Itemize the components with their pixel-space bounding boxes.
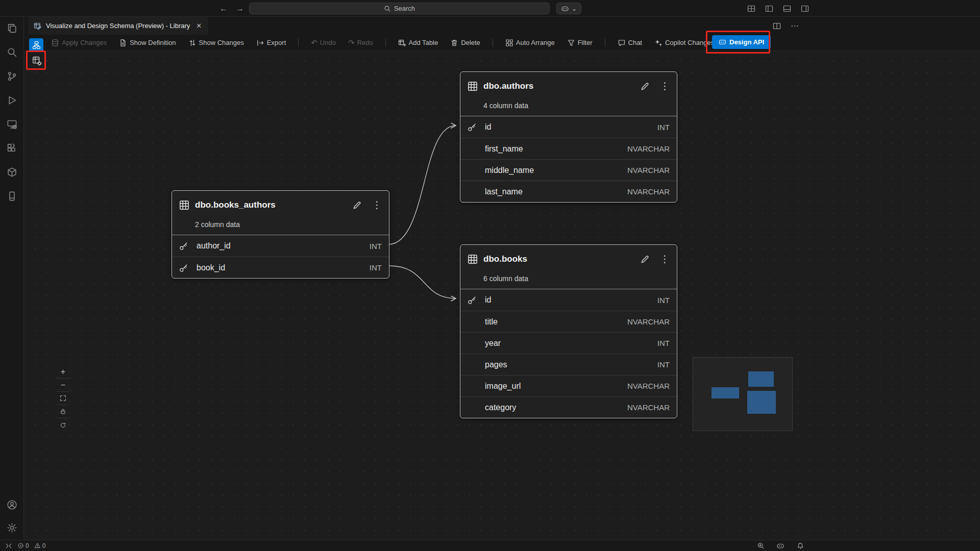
copilot-changes-button[interactable]: Copilot Changes bbox=[654, 39, 714, 47]
toggle-primary-sidebar-icon[interactable] bbox=[763, 3, 775, 15]
schema-diagram-view-button[interactable] bbox=[29, 38, 43, 52]
apply-changes-button[interactable]: Apply Changes bbox=[51, 39, 107, 47]
table-node-books-authors[interactable]: dbo.books_authors ⋮ 2 column data author… bbox=[172, 190, 389, 279]
chat-button[interactable]: Chat bbox=[618, 39, 642, 47]
toggle-secondary-sidebar-icon[interactable] bbox=[799, 3, 811, 15]
add-table-button[interactable]: Add Table bbox=[398, 39, 438, 47]
column-row-middle-name[interactable]: middle_name NVARCHAR bbox=[460, 159, 677, 181]
column-row-first-name[interactable]: first_name NVARCHAR bbox=[460, 138, 677, 159]
key-icon bbox=[468, 122, 479, 132]
zoom-out-button[interactable]: − bbox=[56, 379, 70, 392]
designer-toolbar: Apply Changes Show Definition Show Chang… bbox=[24, 35, 980, 51]
bell-icon[interactable] bbox=[794, 540, 806, 551]
copy-files-icon[interactable] bbox=[6, 22, 18, 34]
column-row-title[interactable]: title NVARCHAR bbox=[460, 311, 677, 332]
close-icon[interactable]: ✕ bbox=[196, 22, 202, 30]
split-editor-icon[interactable] bbox=[771, 20, 783, 32]
tab-schema-designer[interactable]: Visualize and Design Schema (Preview) - … bbox=[28, 17, 208, 35]
fit-to-screen-button[interactable] bbox=[56, 392, 70, 405]
error-icon bbox=[17, 542, 24, 549]
minimap[interactable] bbox=[693, 357, 793, 431]
column-row-id[interactable]: id INT bbox=[460, 116, 677, 138]
design-api-button[interactable]: Design API bbox=[712, 35, 771, 49]
zoom-in-button[interactable]: + bbox=[56, 365, 70, 379]
problems-errors[interactable]: 0 bbox=[17, 542, 29, 549]
export-icon bbox=[256, 39, 264, 47]
auto-arrange-button[interactable]: Auto Arrange bbox=[505, 39, 555, 47]
search-input[interactable]: Search bbox=[249, 3, 550, 14]
edit-pencil-icon[interactable] bbox=[640, 82, 650, 91]
back-button[interactable]: ← bbox=[219, 4, 228, 13]
reset-view-button[interactable] bbox=[56, 418, 70, 432]
column-row-category[interactable]: category NVARCHAR bbox=[460, 396, 677, 418]
column-row-last-name[interactable]: last_name NVARCHAR bbox=[460, 181, 677, 202]
toolbar-separator bbox=[493, 39, 493, 47]
show-changes-icon bbox=[188, 39, 197, 47]
apply-changes-label: Apply Changes bbox=[62, 39, 107, 46]
settings-gear-icon[interactable] bbox=[6, 521, 18, 534]
database-cube-icon[interactable] bbox=[6, 166, 18, 178]
key-slot-empty bbox=[468, 317, 479, 327]
table-menu-icon[interactable]: ⋮ bbox=[372, 201, 382, 209]
column-type: INT bbox=[370, 263, 382, 272]
column-row-id[interactable]: id INT bbox=[460, 289, 677, 311]
column-row-author-id[interactable]: author_id INT bbox=[172, 235, 389, 257]
edit-pencil-icon[interactable] bbox=[640, 255, 650, 264]
column-type: NVARCHAR bbox=[627, 382, 670, 390]
account-icon[interactable] bbox=[6, 498, 18, 511]
zoom-status-icon[interactable] bbox=[754, 540, 767, 551]
column-name: category bbox=[485, 403, 516, 412]
search-placeholder: Search bbox=[394, 5, 415, 12]
key-slot-empty bbox=[468, 144, 479, 154]
edit-pencil-icon[interactable] bbox=[352, 201, 362, 210]
forward-button[interactable]: → bbox=[236, 4, 244, 13]
layout-controls bbox=[745, 0, 811, 17]
lock-button[interactable] bbox=[56, 405, 70, 418]
table-gear-icon bbox=[32, 56, 42, 66]
problems-warnings[interactable]: 0 bbox=[34, 542, 46, 549]
column-type: INT bbox=[657, 339, 670, 347]
column-count-label: 6 column data bbox=[460, 271, 677, 289]
column-name: image_url bbox=[485, 382, 521, 391]
table-settings-button[interactable] bbox=[30, 54, 44, 68]
table-node-books[interactable]: dbo.books ⋮ 6 column data id INT bbox=[460, 244, 677, 418]
customize-layout-icon[interactable] bbox=[745, 3, 757, 15]
remote-icon bbox=[5, 542, 12, 549]
table-node-authors[interactable]: dbo.authors ⋮ 4 column data id INT bbox=[460, 71, 677, 203]
filter-button[interactable]: Filter bbox=[567, 39, 593, 47]
undo-button[interactable]: ↶ Undo bbox=[311, 39, 336, 46]
extensions-icon[interactable] bbox=[6, 142, 18, 154]
database-projects-icon[interactable] bbox=[6, 190, 18, 202]
column-name: id bbox=[485, 122, 491, 132]
column-type: NVARCHAR bbox=[627, 166, 670, 174]
search-sidebar-icon[interactable] bbox=[6, 46, 18, 58]
column-row-year[interactable]: year INT bbox=[460, 332, 677, 354]
column-row-book-id[interactable]: book_id INT bbox=[172, 257, 389, 278]
delete-button[interactable]: Delete bbox=[450, 39, 480, 47]
run-debug-icon[interactable] bbox=[6, 94, 18, 106]
table-menu-icon[interactable]: ⋮ bbox=[660, 255, 670, 263]
redo-button[interactable]: ↷ Redo bbox=[348, 39, 373, 46]
remote-indicator[interactable] bbox=[5, 542, 12, 549]
table-menu-icon[interactable]: ⋮ bbox=[660, 82, 670, 90]
copilot-status-icon[interactable] bbox=[774, 540, 787, 551]
more-actions-icon[interactable]: ⋯ bbox=[791, 21, 799, 31]
copilot-icon bbox=[561, 5, 569, 13]
show-definition-button[interactable]: Show Definition bbox=[119, 39, 176, 47]
add-table-label: Add Table bbox=[409, 39, 438, 46]
remote-explorer-icon[interactable] bbox=[6, 118, 18, 130]
copilot-menu-button[interactable]: ⌄ bbox=[556, 3, 581, 14]
column-row-pages[interactable]: pages INT bbox=[460, 354, 677, 375]
copilot-changes-label: Copilot Changes bbox=[665, 39, 714, 46]
column-type: NVARCHAR bbox=[627, 187, 670, 196]
show-changes-label: Show Changes bbox=[199, 39, 244, 46]
source-control-icon[interactable] bbox=[6, 70, 18, 82]
schema-canvas[interactable]: dbo.books_authors ⋮ 2 column data author… bbox=[24, 51, 980, 540]
toggle-panel-icon[interactable] bbox=[781, 3, 793, 15]
toolbar-separator bbox=[298, 39, 299, 47]
show-changes-button[interactable]: Show Changes bbox=[188, 39, 244, 47]
export-button[interactable]: Export bbox=[256, 39, 286, 47]
key-slot-empty bbox=[468, 339, 479, 348]
column-row-image-url[interactable]: image_url NVARCHAR bbox=[460, 375, 677, 396]
show-definition-label: Show Definition bbox=[130, 39, 176, 46]
